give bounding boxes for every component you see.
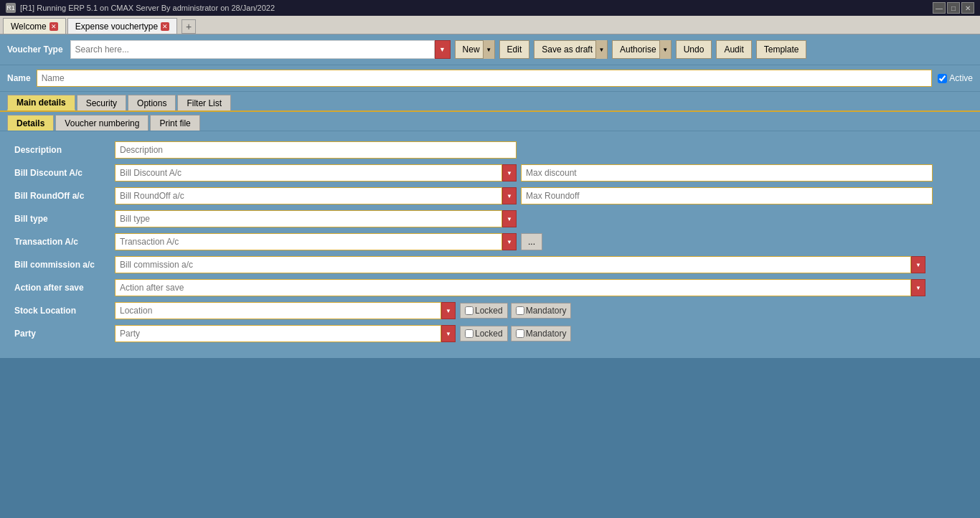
audit-button[interactable]: Audit xyxy=(716,40,751,59)
audit-label: Audit xyxy=(724,44,743,55)
bill-commission-field: ▼ xyxy=(115,256,925,273)
action-after-save-dropdown-arrow[interactable]: ▼ xyxy=(911,279,925,296)
location-locked-label: Locked xyxy=(475,306,503,316)
content-area: Description Bill Discount A/c ▼ Bill Rou… xyxy=(0,131,980,358)
authorise-arrow[interactable]: ▼ xyxy=(659,40,671,59)
maximize-button[interactable]: □ xyxy=(947,2,960,14)
minimize-button[interactable]: — xyxy=(933,2,946,14)
bill-type-input[interactable] xyxy=(115,210,502,227)
tab-details-label: Details xyxy=(17,118,44,128)
title-bar: R1 [R1] Running ERP 5.1 on CMAX Server B… xyxy=(0,0,980,16)
tab-expense-vouchertype[interactable]: Expense vouchertype ✕ xyxy=(67,18,177,34)
transaction-ac-ellipsis-button[interactable]: ... xyxy=(521,233,542,250)
save-as-draft-arrow[interactable]: ▼ xyxy=(595,40,607,59)
new-button-arrow[interactable]: ▼ xyxy=(483,40,494,59)
location-locked-checkbox[interactable] xyxy=(465,306,473,315)
tab-expense-close[interactable]: ✕ xyxy=(161,22,169,31)
template-button[interactable]: Template xyxy=(756,40,807,59)
voucher-type-input[interactable] xyxy=(70,40,435,59)
edit-button[interactable]: Edit xyxy=(499,40,530,59)
transaction-ac-dropdown-arrow[interactable]: ▼ xyxy=(502,233,517,250)
party-mandatory-label: Mandatory xyxy=(526,329,567,339)
location-mandatory-checkbox-container: Mandatory xyxy=(511,303,572,319)
location-input[interactable] xyxy=(115,302,441,319)
tab-main-details-label: Main details xyxy=(17,98,66,108)
template-label: Template xyxy=(764,44,799,55)
bill-roundoff-label: Bill RoundOff a/c xyxy=(14,191,115,201)
bill-discount-input[interactable] xyxy=(115,164,502,182)
save-as-draft-button[interactable]: Save as draft ▼ xyxy=(534,40,608,59)
description-row: Description xyxy=(14,141,966,159)
action-after-save-field: ▼ xyxy=(115,279,925,296)
party-row: Party ▼ Locked Mandatory xyxy=(14,325,966,342)
tab-options[interactable]: Options xyxy=(128,95,176,110)
name-row: Name Active xyxy=(0,65,980,92)
voucher-type-search: ▼ xyxy=(70,40,451,59)
undo-button[interactable]: Undo xyxy=(676,40,712,59)
transaction-ac-field: ▼ xyxy=(115,233,517,250)
party-mandatory-checkbox-container: Mandatory xyxy=(511,326,572,342)
tab-welcome-close[interactable]: ✕ xyxy=(50,22,58,31)
tab-bar: Welcome ✕ Expense vouchertype ✕ + xyxy=(0,16,980,34)
new-button[interactable]: New ▼ xyxy=(455,40,495,59)
max-roundoff-input[interactable] xyxy=(521,187,933,204)
tab-filter-list-label: Filter List xyxy=(187,98,222,108)
party-locked-checkbox-container: Locked xyxy=(460,326,508,342)
location-dropdown-arrow[interactable]: ▼ xyxy=(441,302,456,319)
bill-roundoff-input[interactable] xyxy=(115,187,502,204)
location-mandatory-checkbox[interactable] xyxy=(516,306,524,315)
tab-voucher-numbering[interactable]: Voucher numbering xyxy=(55,115,149,131)
party-dropdown-arrow[interactable]: ▼ xyxy=(441,325,456,342)
bill-type-field: ▼ xyxy=(115,210,517,227)
description-label: Description xyxy=(14,145,115,155)
action-after-save-row: Action after save ▼ xyxy=(14,279,966,296)
bill-commission-input[interactable] xyxy=(115,256,911,273)
tab-print-file[interactable]: Print file xyxy=(150,115,199,131)
location-field: ▼ xyxy=(115,302,456,319)
location-checkboxes: Locked Mandatory xyxy=(460,303,571,319)
bill-discount-row: Bill Discount A/c ▼ xyxy=(14,164,966,182)
bill-roundoff-row: Bill RoundOff a/c ▼ xyxy=(14,187,966,204)
party-field: ▼ xyxy=(115,325,456,342)
add-tab-button[interactable]: + xyxy=(182,19,196,34)
action-after-save-input[interactable] xyxy=(115,279,911,296)
description-input[interactable] xyxy=(115,141,517,159)
main-toolbar: Voucher Type ▼ New ▼ Edit Save as draft … xyxy=(0,34,980,65)
party-mandatory-checkbox[interactable] xyxy=(516,329,524,338)
transaction-ac-input[interactable] xyxy=(115,233,502,250)
party-input[interactable] xyxy=(115,325,441,342)
active-checkbox-container: Active xyxy=(938,73,973,83)
authorise-button[interactable]: Authorise ▼ xyxy=(612,40,672,59)
tab-details[interactable]: Details xyxy=(7,115,54,131)
tab-filter-list[interactable]: Filter List xyxy=(177,95,231,110)
tab-welcome-label: Welcome xyxy=(11,22,47,32)
undo-label: Undo xyxy=(684,44,705,55)
bill-type-row: Bill type ▼ xyxy=(14,210,966,227)
save-as-draft-label: Save as draft xyxy=(542,44,593,55)
bill-type-dropdown-arrow[interactable]: ▼ xyxy=(502,210,517,227)
max-discount-input[interactable] xyxy=(521,164,933,182)
transaction-ac-row: Transaction A/c ▼ ... xyxy=(14,233,966,250)
stock-location-row: Stock Location ▼ Locked Mandatory xyxy=(14,302,966,319)
main-tabs-bar: Main details Security Options Filter Lis… xyxy=(0,92,980,112)
transaction-ac-label: Transaction A/c xyxy=(14,237,115,247)
edit-button-label: Edit xyxy=(507,44,522,55)
bill-discount-dropdown-arrow[interactable]: ▼ xyxy=(502,164,517,182)
bill-roundoff-dropdown-arrow[interactable]: ▼ xyxy=(502,187,517,204)
tab-security[interactable]: Security xyxy=(77,95,126,110)
tab-main-details[interactable]: Main details xyxy=(7,95,75,110)
party-locked-checkbox[interactable] xyxy=(465,329,473,338)
tab-welcome[interactable]: Welcome ✕ xyxy=(3,18,66,34)
name-input[interactable] xyxy=(37,70,933,87)
close-button[interactable]: ✕ xyxy=(961,2,974,14)
bill-commission-dropdown-arrow[interactable]: ▼ xyxy=(911,256,925,273)
voucher-type-dropdown-arrow[interactable]: ▼ xyxy=(435,40,451,59)
app-icon: R1 xyxy=(6,3,16,13)
bill-commission-row: Bill commission a/c ▼ xyxy=(14,256,966,273)
bill-discount-field: ▼ xyxy=(115,164,517,182)
title-text: [R1] Running ERP 5.1 on CMAX Server By a… xyxy=(20,4,275,12)
stock-location-label: Stock Location xyxy=(14,306,115,316)
name-label: Name xyxy=(7,73,31,83)
active-checkbox[interactable] xyxy=(938,74,947,83)
tab-options-label: Options xyxy=(137,98,166,108)
